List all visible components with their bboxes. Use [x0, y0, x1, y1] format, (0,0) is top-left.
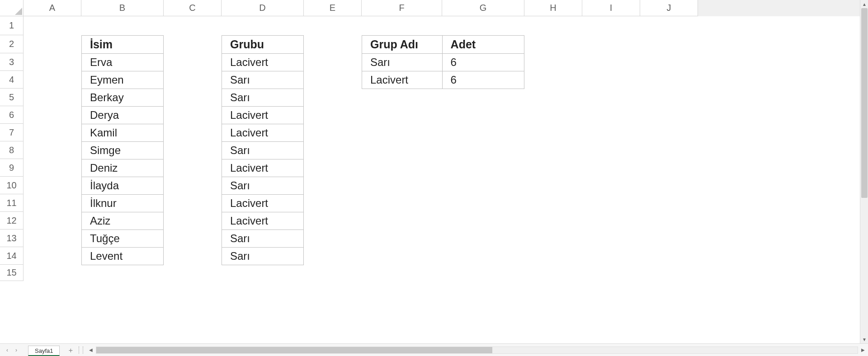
cell[interactable]: Eymen — [82, 71, 164, 89]
row-header-1[interactable]: 1 — [0, 16, 24, 35]
select-all-triangle-icon — [15, 8, 22, 15]
row-header-2[interactable]: 2 — [0, 35, 24, 53]
row-header-column: 1 2 3 4 5 6 7 8 9 10 11 12 13 14 15 — [0, 16, 24, 343]
cell[interactable]: Lacivert — [222, 159, 304, 177]
row-header-10[interactable]: 10 — [0, 177, 24, 194]
cell[interactable]: Sarı — [222, 89, 304, 107]
header-isim[interactable]: İsim — [82, 36, 164, 54]
cell[interactable]: Tuğçe — [82, 230, 164, 248]
table-grubu: Grubu Lacivert Sarı Sarı Lacivert Lacive… — [222, 35, 304, 265]
table-summary: Grup Adı Adet Sarı 6 Lacivert 6 — [362, 35, 524, 89]
cell[interactable]: Deniz — [82, 159, 164, 177]
cell[interactable]: Lacivert — [362, 71, 443, 89]
cell[interactable]: İlknur — [82, 195, 164, 212]
horizontal-scrollbar[interactable] — [96, 347, 858, 354]
cell[interactable]: Sarı — [222, 177, 304, 195]
next-sheet-icon[interactable]: › — [12, 346, 21, 355]
column-header-row: A B C D E F G H I J — [0, 0, 860, 16]
cell[interactable]: Lacivert — [222, 212, 304, 230]
row-header-9[interactable]: 9 — [0, 159, 24, 177]
row-header-6[interactable]: 6 — [0, 106, 24, 124]
cell[interactable]: Lacivert — [222, 124, 304, 142]
col-header-E[interactable]: E — [304, 0, 362, 16]
select-all-corner[interactable] — [0, 0, 24, 16]
grid-body[interactable]: İsim Erva Eymen Berkay Derya Kamil Simge… — [24, 16, 860, 343]
header-grubu[interactable]: Grubu — [222, 36, 304, 54]
col-header-D[interactable]: D — [222, 0, 304, 16]
horizontal-scroll-zone: ◀ ▶ — [76, 344, 868, 356]
header-adet[interactable]: Adet — [442, 36, 524, 54]
cell[interactable]: 6 — [442, 54, 524, 71]
cell[interactable]: Sarı — [222, 71, 304, 89]
cell[interactable]: Erva — [82, 54, 164, 71]
splitter-handle-icon[interactable] — [79, 347, 83, 354]
add-sheet-button[interactable]: + — [65, 345, 76, 356]
vertical-scrollbar[interactable]: ▲ ▼ — [860, 0, 868, 343]
cell[interactable]: Kamil — [82, 124, 164, 142]
col-header-J[interactable]: J — [640, 0, 698, 16]
row-header-12[interactable]: 12 — [0, 212, 24, 230]
cell[interactable]: Lacivert — [222, 195, 304, 212]
row-header-8[interactable]: 8 — [0, 141, 24, 159]
scroll-down-arrow-icon[interactable]: ▼ — [860, 335, 868, 343]
sheet-tab-active[interactable]: Sayfa1 — [28, 346, 60, 356]
plus-icon: + — [69, 347, 73, 355]
row-header-13[interactable]: 13 — [0, 230, 24, 247]
cell[interactable]: Sarı — [222, 248, 304, 265]
scroll-left-arrow-icon[interactable]: ◀ — [87, 346, 95, 354]
cell[interactable]: Berkay — [82, 89, 164, 107]
svg-marker-0 — [15, 8, 22, 15]
cell[interactable]: Sarı — [362, 54, 443, 71]
col-header-I[interactable]: I — [582, 0, 640, 16]
sheet-tabs: Sayfa1 + — [28, 344, 76, 356]
col-header-A[interactable]: A — [24, 0, 81, 16]
cell[interactable]: 6 — [442, 71, 524, 89]
cell[interactable]: Derya — [82, 107, 164, 124]
cell[interactable]: Simge — [82, 142, 164, 159]
row-header-4[interactable]: 4 — [0, 71, 24, 89]
cell[interactable]: Sarı — [222, 230, 304, 248]
row-header-5[interactable]: 5 — [0, 89, 24, 106]
sheet-nav: ‹ › — [0, 344, 24, 356]
row-header-3[interactable]: 3 — [0, 53, 24, 71]
row-header-15[interactable]: 15 — [0, 265, 24, 281]
cell[interactable]: İlayda — [82, 177, 164, 195]
row-header-11[interactable]: 11 — [0, 194, 24, 212]
bottom-bar: ‹ › Sayfa1 + ◀ ▶ — [0, 343, 868, 356]
cell[interactable]: Aziz — [82, 212, 164, 230]
vertical-scrollbar-thumb[interactable] — [861, 8, 868, 198]
row-header-7[interactable]: 7 — [0, 124, 24, 141]
header-grup-adi[interactable]: Grup Adı — [362, 36, 443, 54]
row-header-14[interactable]: 14 — [0, 247, 24, 265]
cell[interactable]: Lacivert — [222, 107, 304, 124]
scroll-up-arrow-icon[interactable]: ▲ — [860, 0, 868, 8]
spreadsheet-area: A B C D E F G H I J 1 2 3 4 5 6 7 8 9 10… — [0, 0, 860, 343]
col-header-H[interactable]: H — [524, 0, 582, 16]
cell[interactable]: Lacivert — [222, 54, 304, 71]
scroll-right-arrow-icon[interactable]: ▶ — [859, 346, 867, 354]
prev-sheet-icon[interactable]: ‹ — [3, 346, 12, 355]
col-header-B[interactable]: B — [81, 0, 164, 16]
horizontal-scrollbar-thumb[interactable] — [96, 347, 492, 353]
cell[interactable]: Sarı — [222, 142, 304, 159]
col-header-C[interactable]: C — [164, 0, 222, 16]
col-header-G[interactable]: G — [442, 0, 524, 16]
table-isim: İsim Erva Eymen Berkay Derya Kamil Simge… — [81, 35, 164, 265]
col-header-F[interactable]: F — [362, 0, 442, 16]
cell[interactable]: Levent — [82, 248, 164, 265]
